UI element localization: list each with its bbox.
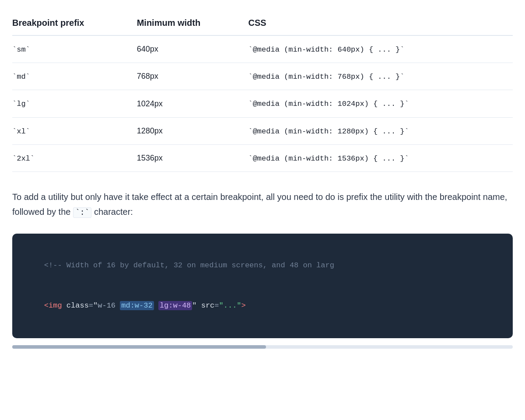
minwidth-lg: 1024px	[137, 90, 248, 117]
prose-code-colon: `:`	[73, 207, 91, 218]
col-header-prefix: Breakpoint prefix	[12, 10, 137, 35]
code-quote-open: "	[93, 301, 98, 310]
code-src-attr: src	[197, 301, 215, 310]
scrollbar-thumb	[12, 345, 266, 349]
code-close-bracket: >	[242, 301, 246, 310]
code-lgw48: lg:w-48	[158, 301, 192, 310]
prose-paragraph: To add a utility but only have it take e…	[12, 189, 513, 220]
prefix-2xl: `2xl`	[12, 154, 35, 163]
minwidth-2xl: 1536px	[137, 144, 248, 172]
breakpoints-table: Breakpoint prefix Minimum width CSS `sm`…	[12, 10, 513, 172]
code-attr-class: class	[62, 301, 89, 310]
code-mdw32: md:w-32	[120, 301, 154, 310]
code-src-val: "..."	[219, 301, 242, 310]
code-img-tag: <img	[44, 301, 62, 310]
css-xl: `@media (min-width: 1280px) { ... }`	[248, 127, 409, 136]
table-row: `2xl` 1536px `@media (min-width: 1536px)…	[12, 144, 513, 172]
code-quote-close: "	[192, 301, 196, 310]
code-comment-line: <!-- Width of 16 by default, 32 on mediu…	[44, 261, 334, 270]
prefix-lg: `lg`	[12, 100, 30, 108]
col-header-css: CSS	[248, 10, 513, 35]
css-2xl: `@media (min-width: 1536px) { ... }`	[248, 154, 409, 163]
css-lg: `@media (min-width: 1024px) { ... }`	[248, 100, 409, 108]
css-md: `@media (min-width: 768px) { ... }`	[248, 73, 404, 81]
table-row: `xl` 1280px `@media (min-width: 1280px) …	[12, 117, 513, 144]
scrollbar-track[interactable]	[12, 345, 513, 349]
css-sm: `@media (min-width: 640px) { ... }`	[248, 46, 404, 54]
code-src-equals: =	[214, 301, 219, 310]
table-row: `lg` 1024px `@media (min-width: 1024px) …	[12, 90, 513, 117]
code-block: <!-- Width of 16 by default, 32 on mediu…	[26, 246, 499, 326]
code-equals: =	[89, 301, 93, 310]
table-row: `md` 768px `@media (min-width: 768px) { …	[12, 63, 513, 90]
prefix-sm: `sm`	[12, 46, 30, 54]
minwidth-md: 768px	[137, 63, 248, 90]
code-w16: w-16	[98, 301, 120, 310]
prefix-md: `md`	[12, 73, 30, 81]
code-block-container: <!-- Width of 16 by default, 32 on mediu…	[12, 234, 513, 339]
minwidth-xl: 1280px	[137, 117, 248, 144]
code-space	[154, 301, 158, 310]
minwidth-sm: 640px	[137, 35, 248, 63]
prefix-xl: `xl`	[12, 127, 30, 136]
prose-text-after: character:	[91, 207, 133, 217]
col-header-minwidth: Minimum width	[137, 10, 248, 35]
table-row: `sm` 640px `@media (min-width: 640px) { …	[12, 35, 513, 63]
